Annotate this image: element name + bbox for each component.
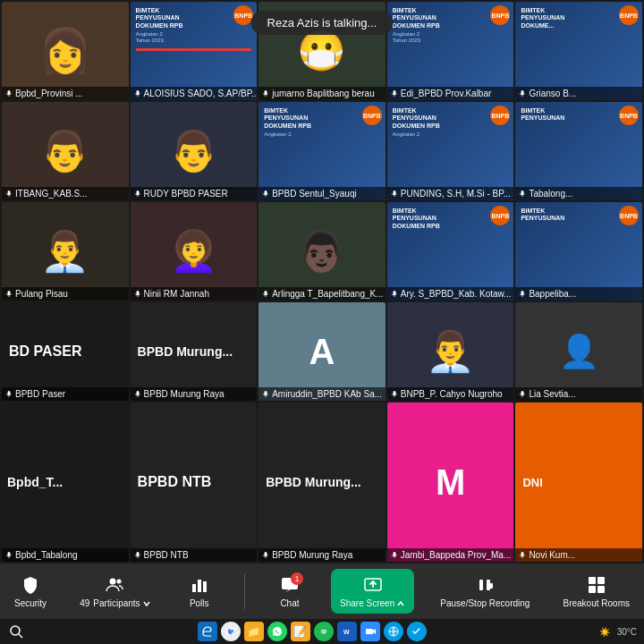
participant-cell[interactable]: BNPB BIMTEKPENYUSUNANDOKUMEN RPB Ary. S_…: [387, 202, 514, 301]
participant-name: BPBD Paser: [2, 387, 129, 401]
participant-cell[interactable]: BPBD NTB BPBD NTB: [131, 402, 258, 562]
participant-name: ITBANG_KAB.S...: [2, 187, 129, 200]
windows-search-button[interactable]: [7, 623, 25, 640]
participant-name: Lia Sevtia...: [515, 387, 642, 401]
participants-button[interactable]: 49 Participants: [72, 571, 157, 612]
svg-rect-61: [597, 577, 605, 584]
svg-rect-48: [521, 552, 524, 556]
svg-line-65: [19, 634, 22, 638]
talking-text: Reza Azis is talking...: [267, 16, 377, 30]
polls-label: Polls: [190, 598, 209, 608]
participant-cell[interactable]: 👩‍🦱 Ninii RM Jannah: [131, 202, 258, 301]
temperature-display: 30°C: [617, 627, 637, 637]
svg-rect-24: [265, 291, 267, 295]
participant-cell[interactable]: 👨 ITBANG_KAB.S...: [2, 102, 129, 200]
share-screen-button[interactable]: Share Screen: [331, 569, 414, 614]
participant-cell[interactable]: A Amiruddin_BPBD KAb Sa...: [258, 302, 386, 401]
participant-name: BPBD Murung Raya: [258, 548, 386, 562]
participant-name: PUNDING, S.H, M.Si - BP...: [387, 187, 514, 200]
zoom-toolbar: Security 49 Participants: [0, 564, 644, 619]
files-icon[interactable]: 📁: [244, 622, 264, 641]
telegram-icon[interactable]: [407, 622, 427, 641]
participant-cell[interactable]: DNI Novi Kum...: [515, 402, 642, 562]
participant-cell[interactable]: BNPB BIMTEKPENYUSUNANDOKUMEN RPB Angkata…: [258, 102, 386, 200]
talking-banner: Reza Azis is talking...: [251, 11, 394, 35]
svg-rect-54: [203, 581, 207, 592]
pause-recording-button[interactable]: Pause/Stop Recording: [433, 571, 537, 612]
svg-rect-6: [393, 90, 395, 95]
participant-cell[interactable]: BNPB BIMTEKPENYUSUNANDOKUMEN RPB Angkata…: [387, 102, 514, 200]
svg-rect-57: [479, 580, 483, 590]
weather-icon: ☀️: [599, 627, 610, 637]
spotify-icon[interactable]: [314, 622, 334, 641]
participant-cell[interactable]: 👤 Lia Sevtia...: [515, 302, 642, 401]
svg-rect-42: [136, 552, 139, 556]
taskbar-right: ☀️ 30°C: [599, 627, 637, 637]
notes-icon[interactable]: 📝: [291, 622, 310, 641]
participant-cell[interactable]: BPBD Murung... BPBD Murung Raya: [131, 302, 258, 401]
taskbar-apps: 📁 📝 W: [30, 622, 594, 641]
participant-name: Arlingga T_Bapelitbang_K...: [258, 287, 386, 301]
chat-badge: 1: [291, 572, 303, 585]
participant-cell[interactable]: BPBD Murung... BPBD Murung Raya: [258, 402, 386, 562]
svg-rect-22: [136, 291, 139, 295]
chat-button[interactable]: 1 Chat: [267, 571, 312, 612]
bnpb-logo: BNPB: [619, 106, 639, 125]
participant-cell[interactable]: BNPB BIMTEKPENYUSUNANDOKUMEN RPB Angkata…: [387, 2, 514, 100]
participant-cell[interactable]: BNPB BIMTEKPENYUSUNANDOKUMEN RPB Angkata…: [131, 2, 258, 100]
chrome-icon[interactable]: [221, 622, 241, 641]
svg-rect-34: [265, 391, 267, 395]
pause-icon: [474, 574, 496, 596]
zoom-icon[interactable]: [360, 622, 380, 641]
svg-rect-46: [393, 552, 395, 556]
svg-rect-2: [136, 90, 139, 95]
bnpb-logo: BNPB: [490, 106, 510, 125]
svg-rect-72: [366, 629, 373, 634]
word-icon[interactable]: W: [337, 622, 357, 641]
participant-cell[interactable]: 👨‍💼 Pulang Pisau: [2, 202, 129, 301]
participant-name: Novi Kum...: [515, 548, 642, 562]
windows-taskbar: 📁 📝 W ☀️: [0, 619, 644, 644]
chevron-down-icon: [142, 599, 151, 608]
bnpb-logo: BNPB: [619, 5, 639, 25]
participant-cell[interactable]: BD PASER BPBD Paser: [2, 302, 129, 401]
bnpb-logo: BNPB: [362, 106, 382, 125]
svg-point-64: [11, 626, 20, 635]
svg-rect-12: [136, 191, 139, 195]
participant-cell[interactable]: 👨 RUDY BPBD PASER: [131, 102, 258, 200]
participant-cell[interactable]: Bpbd_T... Bpbd_Tabalong: [2, 402, 129, 562]
breakout-rooms-button[interactable]: Breakout Rooms: [556, 571, 637, 612]
bnpb-logo: BNPB: [619, 206, 639, 225]
participant-cell[interactable]: 👨🏿 Arlingga T_Bapelitbang_K...: [258, 202, 386, 301]
svg-rect-14: [265, 191, 267, 195]
svg-rect-32: [136, 391, 139, 395]
svg-rect-10: [8, 191, 11, 195]
svg-point-50: [109, 579, 115, 585]
security-button[interactable]: Security: [7, 571, 54, 612]
participants-label: Participants: [93, 598, 140, 608]
participant-name: Grianso B...: [515, 87, 642, 100]
share-icon: [362, 574, 384, 596]
chevron-up-icon: [396, 599, 405, 608]
svg-rect-62: [589, 586, 596, 593]
svg-rect-30: [8, 391, 11, 395]
pause-recording-label: Pause/Stop Recording: [440, 598, 530, 608]
svg-rect-60: [589, 577, 596, 584]
participant-cell[interactable]: M Jambi_Bappeda Prov_Ma...: [387, 402, 514, 562]
whatsapp-icon[interactable]: [267, 622, 287, 641]
participant-cell[interactable]: BNPB BIMTEKPENYUSUNANDOKUME... Grianso B…: [515, 2, 642, 100]
svg-rect-16: [393, 191, 395, 195]
participant-cell[interactable]: BNPB BIMTEKPENYUSUNAN Tabalong...: [515, 102, 642, 200]
svg-rect-59: [487, 583, 493, 589]
svg-rect-63: [597, 586, 605, 593]
svg-rect-44: [265, 552, 267, 556]
polls-button[interactable]: Polls: [177, 571, 222, 612]
browser-icon[interactable]: [384, 622, 403, 641]
svg-rect-20: [8, 291, 11, 295]
edge-icon[interactable]: [198, 622, 217, 641]
participant-cell[interactable]: BNPB BIMTEKPENYUSUNAN Bappeliba...: [515, 202, 642, 301]
participant-cell[interactable]: 👨‍💼 BNPB_P. Cahyo Nugroho: [387, 302, 514, 401]
shield-icon: [20, 574, 41, 596]
chart-icon: [189, 574, 210, 596]
participant-cell[interactable]: 👩 Bpbd_Provinsi ...: [2, 2, 129, 100]
